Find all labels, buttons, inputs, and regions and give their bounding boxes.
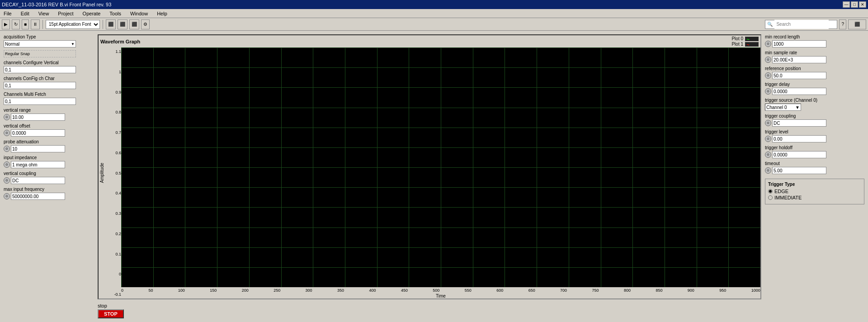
channels-config-ch-char-group: channels ConFig ch Char (4, 76, 94, 89)
trigger-level-field: ⊙ (765, 135, 864, 142)
max-input-frequency-knob[interactable]: ⊙ (4, 193, 10, 199)
left-panel: acquisition Type Normal ▼ Regular Snap c… (4, 34, 94, 318)
trigger-level-input[interactable] (772, 135, 826, 142)
trigger-level-knob[interactable]: ⊙ (765, 136, 771, 142)
title-bar: DECAY_11-03-2016 REV B.vi Front Panel re… (0, 0, 868, 9)
input-impedance-knob[interactable]: ⊙ (4, 161, 10, 168)
channels-config-ch-char-input[interactable] (4, 82, 76, 89)
toolbar-right: 🔍 ? ⬛ (765, 19, 866, 29)
menu-help[interactable]: Help (155, 10, 169, 17)
trigger-immediate-radio[interactable]: IMMEDIATE (768, 195, 861, 200)
trigger-source-value: Channel 0 (766, 105, 787, 110)
menu-tools[interactable]: Tools (108, 10, 123, 17)
vertical-range-knob[interactable]: ⊙ (4, 114, 10, 120)
grid-v-11 (473, 47, 473, 287)
y-tick-01: 0.1 (105, 252, 121, 256)
input-impedance-input[interactable] (11, 161, 65, 168)
pause-button[interactable]: ⏸ (31, 19, 40, 29)
y-tick-04: 0.4 (105, 191, 121, 195)
min-sample-rate-knob[interactable]: ⊙ (765, 57, 771, 63)
trigger-delay-input[interactable] (772, 88, 826, 95)
trigger-coupling-input[interactable] (772, 119, 826, 127)
vertical-coupling-input[interactable] (11, 177, 65, 184)
trigger-coupling-field: ⊙ (765, 119, 864, 127)
trigger-delay-label: trigger delay (765, 82, 864, 87)
vertical-range-input[interactable] (11, 114, 65, 121)
x-tick-850: 850 (656, 288, 662, 293)
vertical-offset-field: ⊙ (4, 129, 94, 137)
minimize-button[interactable]: — (843, 1, 850, 8)
max-input-frequency-input[interactable] (11, 193, 65, 200)
acquisition-type-dropdown[interactable]: Normal ▼ (4, 40, 76, 47)
trigger-coupling-knob[interactable]: ⊙ (765, 120, 771, 126)
trigger-holdoff-input[interactable] (772, 151, 826, 158)
x-axis: 0 50 100 150 200 250 300 350 400 450 500… (121, 287, 760, 294)
vertical-offset-input[interactable] (11, 129, 65, 137)
trigger-edge-radio-dot[interactable] (768, 189, 773, 194)
timeout-input[interactable] (772, 167, 826, 174)
plot1-item: Plot 1 (731, 42, 759, 47)
extra-button[interactable]: ⬛ (848, 19, 866, 29)
distribute-button[interactable]: ⬛ (118, 19, 127, 29)
menu-file[interactable]: File (2, 10, 14, 17)
channels-multi-fetch-input[interactable] (4, 98, 76, 105)
acquisition-type-group: acquisition Type Normal ▼ (4, 34, 94, 47)
reorder-button[interactable]: ⬛ (129, 19, 139, 29)
waveform-header: Waveform Graph Plot 0 Plot 1 (99, 35, 760, 47)
timeout-label: timeout (765, 161, 864, 166)
probe-attenuation-input[interactable] (11, 145, 65, 152)
maximize-button[interactable]: □ (851, 1, 858, 8)
stop-button[interactable]: STOP (98, 309, 124, 318)
reference-position-input[interactable] (772, 72, 826, 79)
menu-edit[interactable]: Edit (19, 10, 31, 17)
grid-v-4 (249, 47, 250, 287)
tool-button[interactable]: ⚙ (141, 19, 150, 29)
y-axis-container: Amplitude 1.1 1 0.9 0.8 0.7 0.6 0.5 0.4 … (99, 47, 121, 298)
reference-position-knob[interactable]: ⊙ (765, 72, 771, 79)
y-tick-08: 0.8 (105, 110, 121, 114)
trigger-edge-radio[interactable]: EDGE (768, 189, 861, 194)
vertical-offset-knob[interactable]: ⊙ (4, 130, 10, 136)
min-record-length-knob[interactable]: ⊙ (765, 41, 771, 47)
trigger-holdoff-knob[interactable]: ⊙ (765, 152, 771, 158)
vertical-range-group: vertical range ⊙ (4, 108, 94, 121)
run-button[interactable]: ▶ (2, 19, 10, 29)
grid-v-19 (728, 47, 729, 287)
run-continuously-button[interactable]: ↻ (12, 19, 20, 29)
align-button[interactable]: ⬛ (106, 19, 116, 29)
probe-attenuation-knob[interactable]: ⊙ (4, 146, 10, 152)
grid-v-12 (505, 47, 505, 287)
plot0-label: Plot 0 (731, 36, 743, 41)
min-sample-rate-input[interactable] (772, 56, 826, 63)
help-button[interactable]: ? (839, 19, 846, 29)
channels-configure-vertical-input[interactable] (4, 66, 76, 73)
trigger-level-label: trigger level (765, 129, 864, 134)
trigger-delay-knob[interactable]: ⊙ (765, 88, 771, 95)
menu-operate[interactable]: Operate (81, 10, 103, 17)
graph-canvas[interactable] (121, 47, 760, 287)
plot1-label: Plot 1 (731, 42, 743, 47)
channels-config-ch-char-label: channels ConFig ch Char (4, 76, 94, 81)
font-selector[interactable]: 15pt Application Font (46, 20, 100, 29)
probe-attenuation-group: probe attenuation ⊙ (4, 139, 94, 152)
acquisition-type-label: acquisition Type (4, 34, 94, 39)
trigger-immediate-radio-dot[interactable] (768, 195, 773, 200)
vertical-range-field: ⊙ (4, 114, 94, 121)
search-input[interactable] (774, 20, 829, 29)
menu-project[interactable]: Project (56, 10, 75, 17)
close-button[interactable]: ✕ (859, 1, 866, 8)
trigger-source-dropdown[interactable]: Channel 0 ▼ (765, 104, 801, 111)
y-tick-neg01: -0.1 (105, 292, 121, 297)
abort-button[interactable]: ■ (22, 19, 29, 29)
menu-window[interactable]: Window (128, 10, 150, 17)
timeout-knob[interactable]: ⊙ (765, 167, 771, 174)
amplitude-label: Amplitude (99, 163, 104, 183)
max-input-frequency-group: max input frequency ⊙ (4, 187, 94, 200)
x-tick-200: 200 (242, 288, 249, 293)
x-tick-650: 650 (528, 288, 535, 293)
min-record-length-input[interactable] (772, 40, 826, 47)
reference-position-field: ⊙ (765, 72, 864, 79)
vertical-coupling-knob[interactable]: ⊙ (4, 177, 10, 184)
vertical-range-label: vertical range (4, 108, 94, 113)
menu-view[interactable]: View (37, 10, 51, 17)
